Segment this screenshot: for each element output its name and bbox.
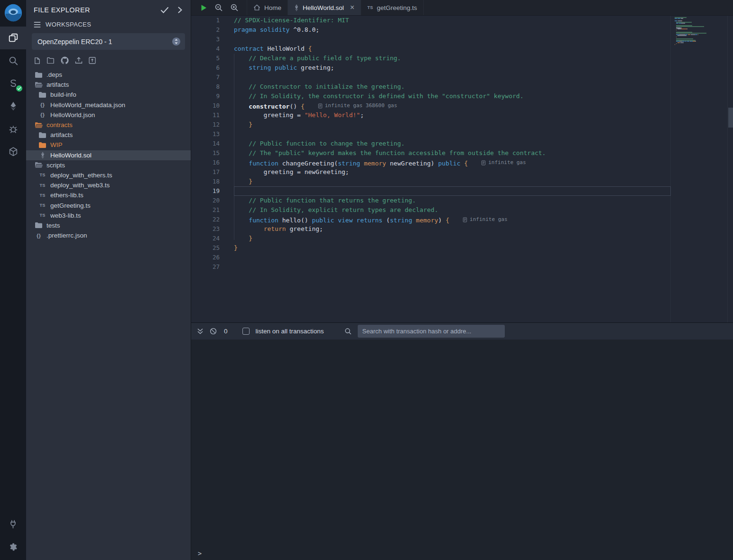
file-tree-item[interactable]: TSdeploy_with_web3.ts	[26, 180, 191, 190]
zoom-in-icon	[231, 4, 238, 11]
new-folder-button[interactable]	[47, 57, 55, 64]
tab-home[interactable]: Home	[247, 0, 288, 15]
listen-checkbox[interactable]	[242, 328, 250, 335]
code-line[interactable]: 22 function hello() public view returns …	[191, 215, 667, 224]
folder-closed-icon	[38, 132, 46, 138]
terminal-collapse-button[interactable]	[197, 328, 204, 334]
code-line[interactable]: 6 string public greeting;	[191, 63, 667, 73]
editor[interactable]: 1// SPDX-License-Identifier: MIT2pragma …	[191, 16, 733, 322]
file-tree-item[interactable]: contracts	[26, 120, 191, 130]
code-line[interactable]: 13	[191, 129, 667, 139]
code-line[interactable]: 23 return greeting;	[191, 224, 667, 234]
code-line[interactable]: 9 // In Solidity, the constructor is def…	[191, 92, 667, 101]
new-file-button[interactable]	[34, 57, 41, 64]
code-area: 1// SPDX-License-Identifier: MIT2pragma …	[191, 16, 667, 272]
minimap[interactable]	[675, 17, 712, 48]
workspace-switch-icon[interactable]	[172, 37, 181, 46]
code-text	[220, 129, 234, 139]
line-number: 22	[191, 215, 220, 224]
publish-button[interactable]	[75, 57, 83, 64]
chevron-right-icon[interactable]	[178, 7, 182, 13]
zoom-out-button[interactable]	[215, 4, 223, 11]
file-explorer-header: FILE EXPLORER	[26, 0, 191, 20]
solidity-compiler-button[interactable]	[0, 72, 26, 95]
code-line[interactable]: 26	[191, 253, 667, 262]
code-line[interactable]: 19	[191, 186, 667, 196]
file-tree-item[interactable]: TSethers-lib.ts	[26, 190, 191, 200]
code-text: }	[220, 243, 238, 253]
file-tree-item[interactable]: artifacts	[26, 80, 191, 90]
code-line[interactable]: 20 // Public function that returns the g…	[191, 196, 667, 205]
github-button[interactable]	[61, 56, 69, 64]
folder-open-icon	[35, 82, 43, 88]
terminal-search-input[interactable]	[358, 325, 505, 338]
code-line[interactable]: 4contract HelloWorld {	[191, 44, 667, 54]
code-line[interactable]: 18 }	[191, 177, 667, 186]
scrollbar-thumb[interactable]	[728, 108, 733, 128]
code-line[interactable]: 14 // Public function to change the gree…	[191, 139, 667, 148]
file-tree-item[interactable]: WIP	[26, 140, 191, 150]
debugger-button[interactable]	[0, 118, 26, 140]
file-explorer-button[interactable]	[0, 27, 26, 49]
terminal-clear-button[interactable]	[210, 328, 217, 335]
publish-icon	[75, 57, 83, 64]
terminal-prompt: >	[198, 550, 202, 557]
file-tree-item[interactable]: HelloWorld.sol	[26, 150, 191, 160]
line-number: 16	[191, 158, 220, 167]
zoom-in-button[interactable]	[231, 4, 238, 11]
deploy-run-button[interactable]	[0, 95, 26, 118]
remix-logo-icon[interactable]	[3, 3, 23, 23]
terminal-output[interactable]: >	[191, 340, 733, 560]
search-button[interactable]	[0, 49, 26, 72]
code-line[interactable]: 24 }	[191, 234, 667, 243]
code-line[interactable]: 7	[191, 73, 667, 82]
editor-scrollbar[interactable]	[727, 16, 733, 322]
file-explorer-panel: FILE EXPLORER WORKSPACES OpenZeppelin ER…	[26, 0, 191, 560]
code-line[interactable]: 25}	[191, 243, 667, 253]
code-line[interactable]: 21 // In Solidity, explicit return types…	[191, 205, 667, 215]
code-line[interactable]: 15 // The "public" keyword makes the fun…	[191, 148, 667, 158]
file-tree-item[interactable]: TSweb3-lib.ts	[26, 211, 191, 220]
code-line[interactable]: 17 greeting = newGreeting;	[191, 167, 667, 177]
line-number: 17	[191, 167, 220, 177]
minimap-line	[675, 46, 712, 47]
tab-getgreeting-ts[interactable]: TSgetGreeting.ts	[361, 0, 424, 15]
line-number: 10	[191, 101, 220, 110]
file-tree-item[interactable]: tests	[26, 220, 191, 230]
code-line[interactable]: 27	[191, 262, 667, 272]
code-line[interactable]: 1// SPDX-License-Identifier: MIT	[191, 16, 667, 25]
code-line[interactable]: 12 }	[191, 120, 667, 129]
close-icon[interactable]: ×	[350, 4, 354, 11]
code-line[interactable]: 3	[191, 35, 667, 44]
workspace-select[interactable]: OpenZeppelin ERC20 - 1	[32, 33, 185, 50]
file-tree-item[interactable]: TSgetGreeting.ts	[26, 200, 191, 210]
plug-button[interactable]	[0, 513, 26, 535]
menu-icon[interactable]	[34, 22, 41, 28]
file-tree-item[interactable]: {}HelloWorld.json	[26, 110, 191, 120]
line-number: 7	[191, 73, 220, 82]
plugin-manager-button[interactable]	[0, 140, 26, 163]
run-script-button[interactable]	[201, 4, 207, 11]
file-tree-item[interactable]: TSdeploy_with_ethers.ts	[26, 170, 191, 180]
settings-button[interactable]	[0, 535, 26, 558]
line-number: 15	[191, 148, 220, 158]
code-line[interactable]: 2pragma solidity ^0.8.0;	[191, 25, 667, 35]
file-tree-item[interactable]: build-info	[26, 90, 191, 100]
file-tree-item[interactable]: artifacts	[26, 130, 191, 140]
code-line[interactable]: 8 // Constructor to initialize the greet…	[191, 82, 667, 92]
import-button[interactable]	[89, 57, 96, 64]
file-tree-item[interactable]: scripts	[26, 160, 191, 170]
check-icon[interactable]	[161, 7, 168, 13]
code-line[interactable]: 16 function changeGreeting(string memory…	[191, 158, 667, 167]
code-line[interactable]: 11 greeting = "Hello, World!";	[191, 110, 667, 120]
code-text: contract HelloWorld {	[220, 44, 312, 54]
tab-helloworld-sol[interactable]: HelloWorld.sol×	[288, 0, 361, 15]
file-name: web3-lib.ts	[50, 212, 81, 219]
code-line[interactable]: 5 // Declare a public field of type stri…	[191, 54, 667, 63]
code-line[interactable]: 10 constructor() {infinite gas 368600 ga…	[191, 101, 667, 110]
code-text: }	[220, 177, 252, 186]
file-tree-item[interactable]: {}HelloWorld_metadata.json	[26, 100, 191, 110]
file-tree-item[interactable]: {}.prettierrc.json	[26, 230, 191, 240]
file-tree-item[interactable]: .deps	[26, 70, 191, 80]
line-number: 6	[191, 63, 220, 73]
